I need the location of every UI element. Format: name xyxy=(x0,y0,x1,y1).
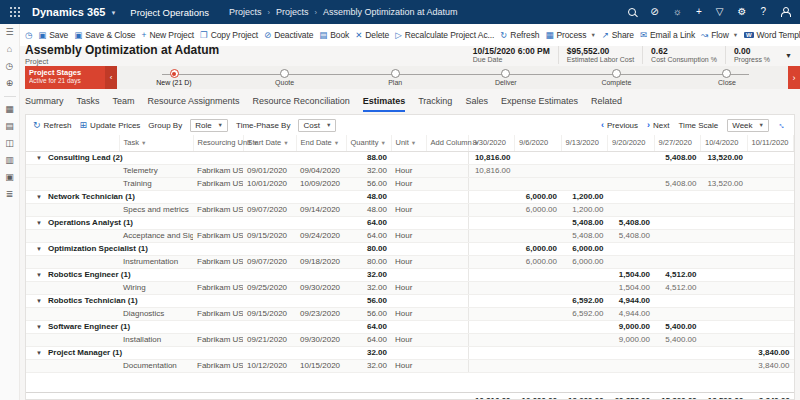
settings-icon[interactable]: ⚙ xyxy=(737,7,746,17)
time-phase-cell[interactable] xyxy=(701,333,748,346)
add-column-cell[interactable] xyxy=(426,294,468,307)
time-phase-cell[interactable] xyxy=(515,151,562,164)
time-phase-cell[interactable]: 5,400.00 xyxy=(654,333,701,346)
time-phase-cell[interactable] xyxy=(747,294,794,307)
column-header-date[interactable]: 8/30/2020 xyxy=(468,135,515,151)
resourcing-unit-cell[interactable] xyxy=(193,294,243,307)
time-phase-cell[interactable] xyxy=(747,333,794,346)
time-phase-select[interactable]: Cost▼ xyxy=(298,119,336,132)
collapse-chevron-icon[interactable]: ▼ xyxy=(36,246,42,252)
time-phase-cell[interactable] xyxy=(515,216,562,229)
time-phase-cell[interactable] xyxy=(654,203,701,216)
start-date-cell[interactable] xyxy=(243,346,296,359)
start-date-cell[interactable] xyxy=(243,294,296,307)
task-cell[interactable]: Acceptance and Sign offs xyxy=(119,229,193,242)
start-date-cell[interactable] xyxy=(243,242,296,255)
tab-related[interactable]: Related xyxy=(591,96,622,112)
column-header-date[interactable]: 10/4/2020 xyxy=(701,135,748,151)
time-phase-cell[interactable] xyxy=(468,216,515,229)
time-phase-cell[interactable]: 6,000.00 xyxy=(515,242,562,255)
collapse-chevron-icon[interactable]: ▼ xyxy=(36,155,42,161)
end-date-cell[interactable]: 10/15/2020 xyxy=(296,359,346,372)
end-date-cell[interactable]: 09/30/2020 xyxy=(296,333,346,346)
tab-team[interactable]: Team xyxy=(113,96,135,112)
quantity-cell[interactable]: 64.00 xyxy=(346,320,391,333)
time-phase-cell[interactable]: 4,512.00 xyxy=(654,281,701,294)
deactivate-button[interactable]: ⊘Deactivate xyxy=(264,30,313,40)
column-header-date[interactable]: 9/27/2020 xyxy=(654,135,701,151)
add-column-cell[interactable] xyxy=(426,151,468,164)
process-stage[interactable]: Close xyxy=(692,66,762,89)
end-date-cell[interactable] xyxy=(296,294,346,307)
unit-cell[interactable]: Hour xyxy=(391,177,426,190)
time-phase-cell[interactable]: 9,000.00 xyxy=(608,320,655,333)
unit-cell[interactable] xyxy=(391,190,426,203)
time-phase-cell[interactable]: 5,408.00 xyxy=(654,177,701,190)
resourcing-unit-cell[interactable]: Fabrikam US xyxy=(193,203,243,216)
time-phase-cell[interactable] xyxy=(515,229,562,242)
breadcrumb-item[interactable]: Projects xyxy=(229,7,262,17)
resourcing-unit-cell[interactable]: Fabrikam US xyxy=(193,164,243,177)
time-phase-cell[interactable]: 5,408.00 xyxy=(608,229,655,242)
time-phase-cell[interactable]: 1,200.00 xyxy=(561,190,608,203)
list-icon[interactable]: ≣ xyxy=(6,190,14,199)
refresh-button[interactable]: ↻Refresh xyxy=(500,30,539,40)
time-phase-cell[interactable] xyxy=(747,229,794,242)
quantity-cell[interactable]: 80.00 xyxy=(346,255,391,268)
end-date-cell[interactable] xyxy=(296,151,346,164)
column-header-end-date[interactable]: End Date▼ xyxy=(296,135,346,151)
add-column-cell[interactable] xyxy=(426,359,468,372)
add-column-cell[interactable] xyxy=(426,255,468,268)
time-phase-cell[interactable] xyxy=(515,346,562,359)
tab-resource-reconciliation[interactable]: Resource Reconciliation xyxy=(253,96,350,112)
word-templates-button[interactable]: WWord Templates▼ xyxy=(744,30,800,40)
time-phase-cell[interactable] xyxy=(747,216,794,229)
time-phase-cell[interactable]: 3,840.00 xyxy=(747,346,794,359)
start-date-cell[interactable] xyxy=(243,216,296,229)
menu-icon[interactable]: ☰ xyxy=(5,28,13,37)
time-phase-cell[interactable]: 3,840.00 xyxy=(747,359,794,372)
doc-icon[interactable]: ▥ xyxy=(5,156,14,165)
breadcrumb-item[interactable]: Projects xyxy=(276,7,309,17)
time-phase-cell[interactable]: 6,000.00 xyxy=(515,203,562,216)
update-prices-button[interactable]: ⊞Update Prices xyxy=(80,120,141,130)
add-column-cell[interactable] xyxy=(426,229,468,242)
time-phase-cell[interactable] xyxy=(701,164,748,177)
collapse-chevron-icon[interactable]: ▼ xyxy=(36,324,42,330)
end-date-cell[interactable]: 09/24/2020 xyxy=(296,229,346,242)
group-label-cell[interactable]: ▼Robotics Engineer (1) xyxy=(26,268,193,281)
book-button[interactable]: ▤Book xyxy=(319,30,349,40)
time-phase-cell[interactable] xyxy=(561,268,608,281)
add-column-cell[interactable] xyxy=(426,203,468,216)
tab-resource-assignments[interactable]: Resource Assignments xyxy=(148,96,240,112)
quantity-cell[interactable]: 48.00 xyxy=(346,190,391,203)
grid-icon[interactable]: ▦ xyxy=(5,105,14,114)
recent-button[interactable]: ◷ xyxy=(25,30,32,40)
time-phase-cell[interactable] xyxy=(608,255,655,268)
start-date-cell[interactable]: 09/07/2020 xyxy=(243,255,296,268)
time-phase-cell[interactable]: 6,000.00 xyxy=(515,255,562,268)
group-label-cell[interactable]: ▼Operations Analyst (1) xyxy=(26,216,193,229)
column-header-date[interactable]: 9/20/2020 xyxy=(608,135,655,151)
add-column-cell[interactable] xyxy=(426,190,468,203)
row-indent-cell[interactable] xyxy=(26,307,119,320)
search-icon[interactable] xyxy=(628,8,636,16)
start-date-cell[interactable] xyxy=(243,190,296,203)
row-indent-cell[interactable] xyxy=(26,333,119,346)
process-stage[interactable]: New (21 D) xyxy=(139,66,209,89)
column-header-unit[interactable]: Unit▼ xyxy=(391,135,426,151)
time-phase-cell[interactable]: 4,944.00 xyxy=(608,294,655,307)
stage-dot-icon[interactable] xyxy=(391,69,400,78)
time-phase-cell[interactable]: 1,504.00 xyxy=(608,268,655,281)
stage-dot-icon[interactable] xyxy=(612,69,621,78)
share-button[interactable]: ↗Share xyxy=(602,30,634,40)
quantity-cell[interactable]: 88.00 xyxy=(346,151,391,164)
resourcing-unit-cell[interactable] xyxy=(193,216,243,229)
brand-chevron-icon[interactable]: ▼ xyxy=(110,10,116,16)
email-link-button[interactable]: ✉Email a Link xyxy=(640,30,695,40)
time-phase-cell[interactable] xyxy=(468,203,515,216)
time-phase-cell[interactable]: 9,000.00 xyxy=(608,333,655,346)
delete-button[interactable]: ✕Delete xyxy=(355,30,389,40)
time-phase-cell[interactable] xyxy=(701,307,748,320)
header-stats-chevron-icon[interactable]: ▼ xyxy=(785,52,792,59)
